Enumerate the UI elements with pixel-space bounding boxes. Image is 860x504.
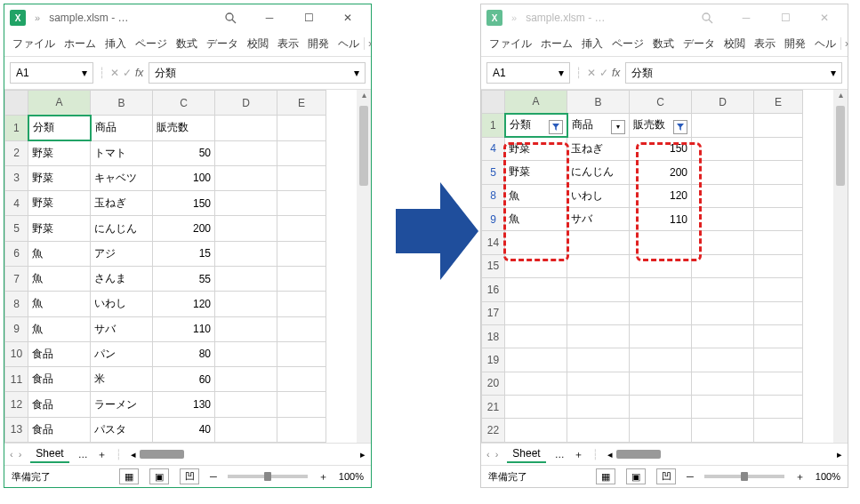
cell[interactable]: 食品 — [28, 392, 91, 417]
row-header[interactable]: 20 — [482, 372, 505, 395]
cell[interactable]: 玉ねぎ — [567, 137, 630, 160]
cell[interactable] — [567, 278, 630, 301]
cell[interactable]: 魚 — [28, 316, 91, 341]
row-header[interactable]: 8 — [5, 292, 28, 316]
tab-developer[interactable]: 開発 — [780, 36, 810, 52]
cell[interactable]: 野菜 — [505, 161, 567, 184]
ribbon-more[interactable]: › — [364, 37, 375, 50]
cell[interactable] — [754, 348, 803, 372]
cell[interactable] — [692, 161, 754, 184]
cell[interactable] — [692, 278, 754, 301]
cell[interactable] — [567, 396, 630, 419]
cell[interactable]: 魚 — [28, 241, 91, 266]
cell[interactable]: 野菜 — [28, 140, 91, 165]
scroll-up-icon[interactable]: ▴ — [839, 90, 843, 104]
name-box[interactable]: A1 ▾ — [486, 62, 570, 84]
row-header[interactable]: 9 — [5, 316, 28, 341]
tab-review[interactable]: 校閲 — [243, 36, 273, 52]
cell[interactable] — [630, 231, 692, 254]
cell[interactable]: 商品 — [91, 116, 153, 140]
cell[interactable] — [277, 367, 326, 392]
minimize-button[interactable]: ─ — [728, 4, 764, 31]
cell[interactable]: パスタ — [91, 417, 153, 442]
cell[interactable]: 200 — [153, 216, 215, 241]
cell[interactable] — [754, 207, 803, 230]
tab-page[interactable]: ページ — [607, 36, 648, 52]
filter-icon[interactable] — [673, 120, 687, 134]
cell[interactable] — [692, 348, 754, 372]
cell[interactable] — [754, 114, 803, 137]
cell[interactable]: 食品 — [28, 417, 91, 442]
confirm-icon[interactable]: ✓ — [123, 67, 132, 79]
sheet-add[interactable]: ＋ — [97, 448, 107, 461]
cancel-icon[interactable]: ✕ — [110, 67, 119, 79]
scroll-right-icon[interactable]: ▸ — [837, 449, 842, 460]
cell[interactable] — [215, 292, 277, 316]
cell[interactable]: 110 — [630, 207, 692, 230]
col-header-d[interactable]: D — [215, 91, 277, 116]
tab-home[interactable]: ホーム — [536, 36, 577, 52]
cell[interactable]: 分類 — [505, 114, 567, 137]
cell[interactable] — [505, 348, 567, 372]
tab-data[interactable]: データ — [202, 36, 243, 52]
cell[interactable] — [277, 116, 326, 140]
tab-file[interactable]: ファイル — [8, 36, 60, 52]
cell[interactable] — [567, 301, 630, 324]
row-header[interactable]: 10 — [5, 341, 28, 366]
row-header[interactable]: 17 — [482, 301, 505, 324]
cancel-icon[interactable]: ✕ — [587, 67, 596, 79]
cell[interactable]: 80 — [153, 341, 215, 366]
sheet-add[interactable]: ＋ — [574, 448, 583, 461]
cell[interactable] — [505, 301, 567, 324]
cell[interactable] — [692, 324, 754, 348]
cell[interactable] — [567, 419, 630, 443]
view-normal-button[interactable]: ▦ — [119, 468, 139, 484]
cell[interactable]: 魚 — [28, 266, 91, 291]
col-header-c[interactable]: C — [630, 91, 692, 114]
scroll-left-icon[interactable]: ◂ — [607, 449, 613, 460]
cell[interactable] — [505, 231, 567, 254]
cell[interactable] — [692, 301, 754, 324]
row-header[interactable]: 15 — [482, 254, 505, 277]
confirm-icon[interactable]: ✓ — [599, 67, 608, 79]
scroll-thumb[interactable] — [140, 450, 184, 459]
view-break-button[interactable]: 凹 — [180, 468, 199, 484]
cell[interactable]: いわし — [91, 292, 153, 316]
zoom-slider[interactable] — [228, 475, 308, 478]
col-header-e[interactable]: E — [277, 91, 326, 116]
cell[interactable] — [277, 417, 326, 442]
scroll-up-icon[interactable]: ▴ — [362, 90, 366, 104]
cell[interactable] — [754, 419, 803, 443]
cell[interactable]: 玉ねぎ — [91, 191, 153, 216]
tab-page[interactable]: ページ — [131, 36, 172, 52]
zoom-value[interactable]: 100% — [816, 471, 840, 482]
tab-help[interactable]: ヘル — [334, 36, 364, 52]
cell[interactable] — [277, 341, 326, 366]
search-button[interactable] — [213, 4, 248, 31]
row-header[interactable]: 14 — [482, 231, 505, 254]
col-header-b[interactable]: B — [91, 91, 153, 116]
cell[interactable] — [754, 372, 803, 395]
sheet-nav-prev[interactable]: ‹ — [486, 449, 490, 460]
cell[interactable] — [567, 372, 630, 395]
sheet-nav-next[interactable]: › — [495, 449, 499, 460]
cell[interactable]: 55 — [153, 266, 215, 291]
cell[interactable] — [754, 254, 803, 277]
cell[interactable] — [567, 254, 630, 277]
row-header[interactable]: 7 — [5, 266, 28, 291]
vertical-scrollbar[interactable]: ▴ — [833, 90, 848, 443]
select-all-corner[interactable] — [5, 91, 28, 116]
cell[interactable] — [277, 392, 326, 417]
cell[interactable] — [630, 324, 692, 348]
cell[interactable] — [692, 137, 754, 160]
sheet-tab[interactable]: Sheet — [30, 445, 68, 463]
cell[interactable] — [630, 348, 692, 372]
scroll-right-icon[interactable]: ▸ — [360, 449, 366, 460]
row-header[interactable]: 1 — [5, 116, 28, 140]
cell[interactable] — [277, 191, 326, 216]
row-header[interactable]: 5 — [5, 216, 28, 241]
close-button[interactable]: ✕ — [807, 4, 842, 31]
cell[interactable] — [215, 216, 277, 241]
fx-icon[interactable]: fx — [135, 67, 143, 79]
cell[interactable] — [277, 140, 326, 165]
